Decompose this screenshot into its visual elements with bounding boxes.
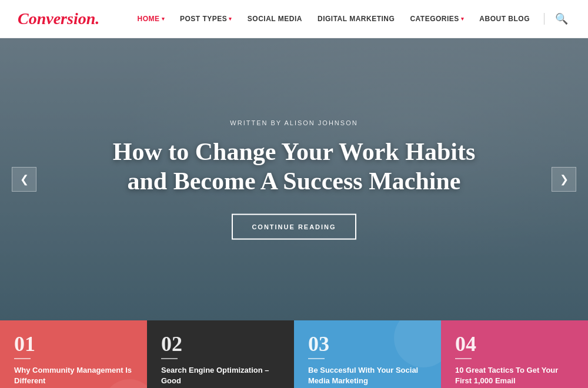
nav-divider (544, 13, 544, 25)
slider-prev-button[interactable]: ❮ (12, 167, 36, 192)
hero-author-label: WRITTEN BY ALISON JOHNSON (94, 119, 494, 126)
card-01-divider (14, 358, 31, 359)
slider-next-button[interactable]: ❯ (552, 167, 576, 192)
chevron-down-icon: ▾ (162, 16, 165, 22)
card-04-divider (455, 358, 472, 359)
nav-item-post-types[interactable]: POST TYPES ▾ (174, 11, 238, 26)
card-01-title: Why Community Management Is Different (14, 365, 133, 386)
nav-item-digital-marketing[interactable]: DIGITAL MARKETING (312, 11, 400, 26)
card-02-title: Search Engine Optimization – Good (161, 365, 280, 386)
logo[interactable]: Conversion. (18, 9, 99, 28)
nav-item-about-blog[interactable]: ABOUT BLOG (473, 11, 536, 26)
featured-cards: 01 Why Community Management Is Different… (0, 320, 588, 388)
card-02-number: 02 (161, 333, 280, 354)
hero-slider: ❮ WRITTEN BY ALISON JOHNSON How to Chang… (0, 38, 588, 320)
card-02[interactable]: 02 Search Engine Optimization – Good (147, 320, 294, 388)
chevron-down-icon: ▾ (229, 16, 232, 22)
card-04-number: 04 (455, 333, 574, 354)
logo-dot: . (95, 9, 99, 28)
logo-text: Conversion (18, 9, 95, 28)
nav-item-categories[interactable]: CATEGORIES ▾ (404, 11, 470, 26)
card-01-number: 01 (14, 333, 133, 354)
hero-content: WRITTEN BY ALISON JOHNSON How to Change … (94, 119, 494, 240)
card-03-number: 03 (308, 333, 427, 354)
main-nav: HOME ▾ POST TYPES ▾ SOCIAL MEDIA DIGITAL… (132, 10, 571, 28)
nav-item-social-media[interactable]: SOCIAL MEDIA (242, 11, 308, 26)
card-04-title: 10 Great Tactics To Get Your First 1,000… (455, 365, 574, 386)
card-03-title: Be Succesful With Your Social Media Mark… (308, 365, 427, 386)
chevron-left-icon: ❮ (20, 173, 29, 186)
card-03[interactable]: 03 Be Succesful With Your Social Media M… (294, 320, 441, 388)
nav-item-home[interactable]: HOME ▾ (132, 11, 171, 26)
card-02-divider (161, 358, 178, 359)
card-04[interactable]: 04 10 Great Tactics To Get Your First 1,… (441, 320, 588, 388)
search-icon[interactable]: 🔍 (553, 10, 570, 28)
chevron-down-icon: ▾ (461, 16, 465, 22)
header: Conversion. HOME ▾ POST TYPES ▾ SOCIAL M… (0, 0, 588, 38)
card-03-divider (308, 358, 325, 359)
hero-title: How to Change Your Work Habits and Becom… (94, 137, 494, 196)
card-01[interactable]: 01 Why Community Management Is Different (0, 320, 147, 388)
continue-reading-button[interactable]: CONTINUE READING (232, 213, 356, 239)
chevron-right-icon: ❯ (560, 173, 569, 186)
